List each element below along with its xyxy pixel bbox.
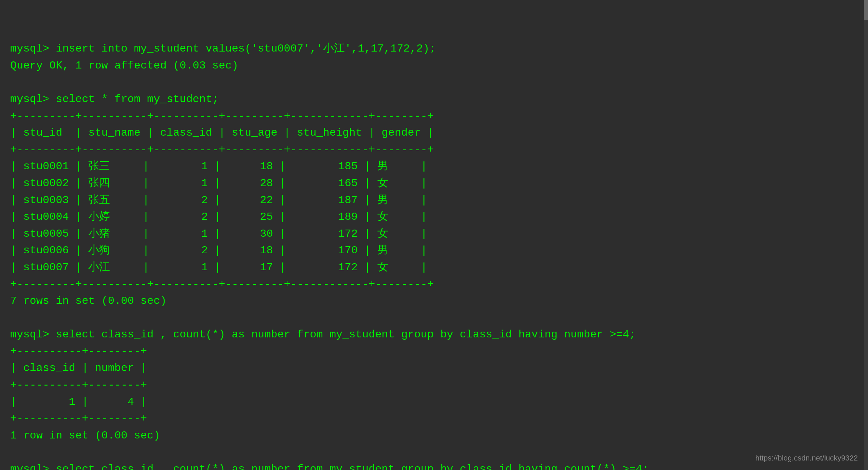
scrollbar[interactable] xyxy=(864,0,868,470)
scrollbar-thumb[interactable] xyxy=(864,0,868,20)
terminal-content: mysql> insert into my_student values('st… xyxy=(10,40,858,470)
terminal-window: mysql> insert into my_student values('st… xyxy=(0,0,868,470)
watermark: https://blog.csdn.net/lucky9322 xyxy=(755,452,858,464)
